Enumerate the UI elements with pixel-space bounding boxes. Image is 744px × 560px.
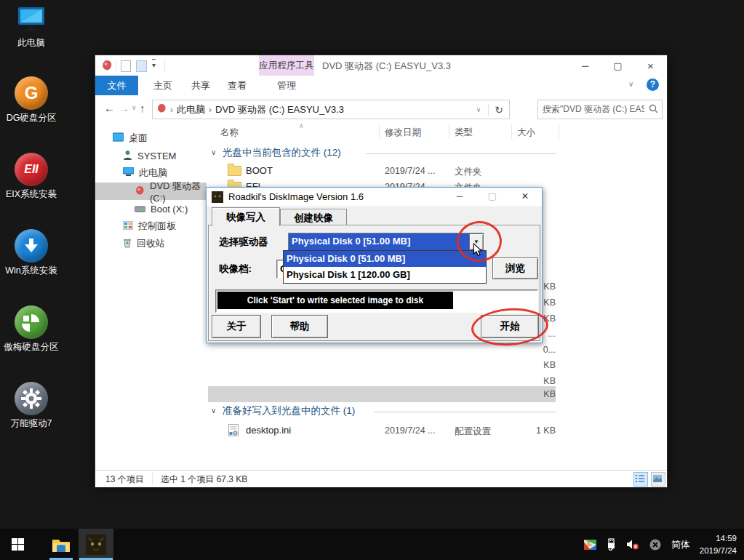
dialog-minimize-button[interactable]: ─ bbox=[447, 189, 473, 204]
desktop-icon-eix[interactable]: EII EIX系统安装 bbox=[0, 153, 63, 201]
group-collapse-icon[interactable]: ∨ bbox=[211, 148, 216, 156]
file-size-partial[interactable]: KB bbox=[512, 376, 556, 386]
browse-button[interactable]: 浏览 bbox=[492, 257, 538, 279]
qat-new-file-icon[interactable] bbox=[121, 60, 131, 72]
column-header-name[interactable]: 名称 bbox=[220, 127, 239, 139]
column-header-size[interactable]: 大小 bbox=[517, 127, 535, 139]
context-tab-app-tools[interactable]: 应用程序工具 bbox=[259, 55, 314, 76]
start-button[interactable] bbox=[0, 529, 35, 560]
nav-item-desktop[interactable]: 桌面 bbox=[95, 129, 207, 147]
usb-safely-remove-icon[interactable] bbox=[607, 538, 616, 551]
ribbon-collapse-icon[interactable]: ∨ bbox=[628, 80, 633, 88]
desktop-icon-win-install[interactable]: Win系统安装 bbox=[0, 229, 63, 277]
file-row-boot[interactable]: BOOT 2019/7/24 ... 文件夹 bbox=[207, 163, 556, 179]
file-size-partial[interactable]: KB bbox=[512, 389, 556, 399]
tab-home[interactable]: 主页 bbox=[146, 76, 180, 95]
file-type: 配置设置 bbox=[455, 425, 491, 438]
tab-manage[interactable]: 管理 bbox=[261, 76, 312, 95]
file-row-desktop-ini[interactable]: desktop.ini 2019/7/24 ... 配置设置 1 KB bbox=[207, 423, 556, 439]
breadcrumb-drive[interactable]: DVD 驱动器 (C:) EASYU_V3.3 bbox=[215, 103, 344, 116]
nav-item-system-user[interactable]: SYSTEM bbox=[95, 147, 207, 164]
desktop-icon-label: 此电脑 bbox=[0, 37, 63, 49]
minimize-button[interactable]: ─ bbox=[569, 56, 601, 75]
maximize-button[interactable]: ▢ bbox=[601, 56, 634, 75]
nav-item-boot-drive[interactable]: Boot (X:) bbox=[95, 200, 207, 217]
file-date: 2019/7/24 ... bbox=[385, 425, 436, 436]
taskbar-file-explorer[interactable] bbox=[44, 529, 79, 560]
column-divider[interactable] bbox=[511, 124, 512, 139]
tab-create-image[interactable]: 创建映像 bbox=[280, 209, 347, 226]
taskbar-diskimage[interactable] bbox=[79, 529, 113, 560]
clock[interactable]: 14:59 2019/7/24 bbox=[700, 532, 737, 556]
volume-muted-icon[interactable] bbox=[626, 539, 639, 550]
about-button[interactable]: 关于 bbox=[212, 315, 261, 338]
help-icon[interactable]: ? bbox=[647, 79, 659, 91]
dialog-title: Roadkil's DiskImage Version 1.6 bbox=[228, 191, 364, 202]
dialog-title-bar: Roadkil's DiskImage Version 1.6 ─ ▢ × bbox=[207, 188, 542, 207]
dvd-drive-icon bbox=[135, 185, 145, 198]
tab-view[interactable]: 查看 bbox=[220, 76, 254, 95]
breadcrumb[interactable]: › 此电脑 › DVD 驱动器 (C:) EASYU_V3.3 ∨ ↻ bbox=[152, 100, 510, 119]
nav-label: 此电脑 bbox=[139, 167, 167, 180]
desktop-icon-wandriver[interactable]: 万能驱动7 bbox=[0, 382, 63, 430]
this-pc-icon bbox=[14, 6, 49, 35]
column-divider[interactable] bbox=[379, 124, 380, 139]
group-header-disc-files[interactable]: 光盘中当前包含的文件 (12) bbox=[223, 146, 341, 159]
status-bar: 13 个项目 选中 1 个项目 67.3 KB bbox=[95, 470, 667, 487]
refresh-icon[interactable]: ↻ bbox=[488, 104, 503, 116]
ini-file-icon bbox=[228, 424, 239, 439]
network-disconnected-icon[interactable] bbox=[649, 539, 661, 551]
file-type: 文件夹 bbox=[455, 166, 482, 178]
qat-properties-icon[interactable] bbox=[136, 60, 147, 72]
group-collapse-icon[interactable]: ∨ bbox=[211, 407, 216, 415]
help-button[interactable]: 帮助 bbox=[271, 315, 328, 338]
dropdown-option-disk0[interactable]: Physical Disk 0 [51.00 MB] bbox=[284, 251, 486, 267]
selected-file-row[interactable] bbox=[208, 386, 556, 402]
dialog-close-button[interactable]: × bbox=[512, 189, 538, 204]
recent-locations-icon[interactable]: ∨ bbox=[132, 104, 137, 111]
breadcrumb-this-pc[interactable]: 此电脑 bbox=[177, 103, 205, 116]
ime-indicator[interactable]: 简体 bbox=[671, 538, 690, 551]
file-name: BOOT bbox=[246, 165, 273, 176]
desktop-icon-this-pc[interactable]: 此电脑 bbox=[0, 6, 63, 49]
file-size-partial[interactable]: 0... bbox=[512, 345, 556, 355]
back-icon[interactable]: ← bbox=[104, 102, 115, 114]
details-view-icon[interactable] bbox=[633, 472, 648, 487]
nav-pane: 桌面 SYSTEM 此电脑 DVD 驱动器 (C:) Boot (X:) 控制面… bbox=[95, 122, 207, 470]
search-icon[interactable] bbox=[649, 104, 658, 116]
mouse-cursor bbox=[473, 243, 483, 260]
eix-icon: EII bbox=[15, 153, 48, 186]
recycle-bin-icon bbox=[123, 238, 132, 250]
desktop-icon-aomei[interactable]: 傲梅硬盘分区 bbox=[0, 305, 63, 353]
display-settings-icon[interactable] bbox=[584, 540, 596, 550]
control-panel-icon bbox=[123, 221, 133, 232]
drive-icon bbox=[135, 204, 145, 215]
file-size-partial[interactable]: KB bbox=[512, 360, 556, 370]
column-header-date[interactable]: 修改日期 bbox=[385, 127, 421, 139]
column-divider[interactable] bbox=[449, 124, 449, 139]
dropdown-option-disk1[interactable]: Physical Disk 1 [120.00 GB] bbox=[284, 267, 486, 283]
desktop-icon-diskgenius[interactable]: G DG硬盘分区 bbox=[0, 76, 63, 124]
drive-selector-label: 选择驱动器 bbox=[219, 236, 268, 249]
nav-item-recycle-bin[interactable]: 回收站 bbox=[95, 235, 207, 252]
address-dropdown-icon[interactable]: ∨ bbox=[476, 106, 481, 113]
diskgenius-icon: G bbox=[15, 76, 48, 110]
column-divider[interactable] bbox=[559, 124, 559, 139]
forward-icon[interactable]: → bbox=[119, 102, 129, 114]
tab-file[interactable]: 文件 bbox=[95, 76, 138, 95]
search-input[interactable]: 搜索"DVD 驱动器 (C:) EASY... bbox=[537, 100, 663, 119]
nav-item-dvd-drive[interactable]: DVD 驱动器 (C:) bbox=[95, 183, 207, 200]
thumbnail-view-icon[interactable] bbox=[651, 472, 665, 487]
tab-share[interactable]: 共享 bbox=[184, 76, 217, 95]
drive-combobox[interactable]: Physical Disk 0 [51.00 MB] ▼ bbox=[288, 233, 484, 251]
tab-write-image[interactable]: 映像写入 bbox=[212, 207, 280, 226]
qat-customize-icon[interactable]: ▾ bbox=[152, 59, 156, 71]
group-header-ready-files[interactable]: 准备好写入到光盘中的文件 (1) bbox=[223, 404, 355, 417]
dialog-maximize-button[interactable]: ▢ bbox=[479, 189, 505, 204]
nav-item-control-panel[interactable]: 控制面板 bbox=[95, 217, 207, 235]
column-header-type[interactable]: 类型 bbox=[455, 127, 473, 139]
file-name: desktop.ini bbox=[246, 425, 291, 436]
close-button[interactable]: × bbox=[634, 56, 667, 75]
up-icon[interactable]: ↑ bbox=[140, 102, 145, 114]
search-placeholder: 搜索"DVD 驱动器 (C:) EASY... bbox=[543, 103, 644, 116]
